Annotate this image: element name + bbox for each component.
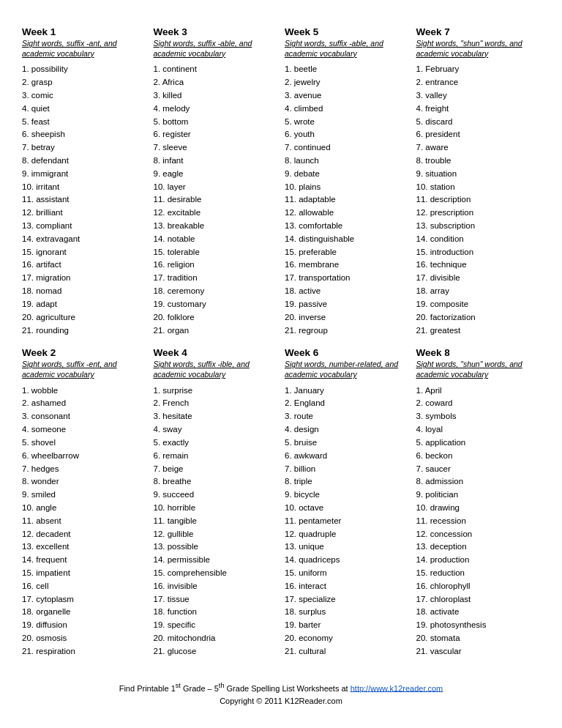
list-item: 1. continent: [154, 63, 278, 76]
list-item: 13. breakable: [154, 220, 278, 233]
list-item: 18. function: [154, 606, 278, 619]
list-item: 2. French: [154, 397, 278, 410]
list-item: 21. regroup: [285, 324, 409, 338]
list-item: 4. sway: [154, 423, 278, 437]
list-item: 11. desirable: [154, 193, 278, 207]
list-item: 18. array: [416, 285, 541, 298]
list-item: 15. ignorant: [22, 246, 146, 259]
list-item: 15. comprehensible: [154, 567, 278, 580]
list-item: 8. defendant: [22, 155, 146, 168]
list-item: 19. barter: [285, 619, 409, 632]
list-item: 21. rounding: [22, 324, 146, 338]
list-item: 19. specific: [154, 619, 278, 632]
list-item: 8. wonder: [22, 475, 146, 489]
list-item: 16. cell: [22, 580, 146, 593]
footer-line1: Find Printable 1st Grade – 5th Grade Spe…: [22, 680, 540, 695]
list-item: 9. succeed: [154, 489, 278, 502]
list-item: 11. pentameter: [285, 515, 409, 528]
list-item: 4. design: [285, 423, 409, 437]
list-item: 15. impatient: [22, 567, 146, 580]
footer-line2: Copyright © 2011 K12Reader.com: [22, 695, 540, 708]
list-item: 11. recession: [416, 515, 541, 528]
list-item: 7. billion: [285, 463, 409, 476]
list-item: 1. wobble: [22, 385, 146, 398]
list-item: 3. killed: [154, 89, 278, 103]
list-item: 9. smiled: [22, 489, 146, 502]
week7-title: Week 7: [416, 26, 541, 37]
list-item: 17. transportation: [285, 272, 409, 285]
list-item: 10. horrible: [154, 502, 278, 515]
list-item: 7. hedges: [22, 463, 146, 476]
list-item: 3. valley: [416, 89, 541, 103]
footer-link[interactable]: http://www.k12reader.com: [351, 683, 443, 692]
list-item: 3. route: [285, 410, 409, 423]
list-item: 2. jewelry: [285, 76, 409, 89]
list-item: 5. discard: [416, 116, 541, 129]
list-item: 14. condition: [416, 233, 541, 246]
list-item: 4. climbed: [285, 103, 409, 116]
list-item: 17. specialize: [285, 593, 409, 606]
list-item: 6. beckon: [416, 450, 541, 463]
list-item: 18. organelle: [22, 606, 146, 619]
week2-subtitle: Sight words, suffix -ent, and academic v…: [22, 360, 146, 379]
list-item: 20. stomata: [416, 632, 541, 645]
footer-sup2: th: [219, 682, 225, 689]
week5-title: Week 5: [285, 26, 409, 37]
list-item: 5. feast: [22, 116, 146, 129]
list-item: 15. reduction: [416, 567, 541, 580]
list-item: 16. invisible: [154, 580, 278, 593]
list-item: 1. January: [285, 385, 409, 398]
list-item: 1. February: [416, 63, 541, 76]
footer-text-post: Grade Spelling List Worksheets at: [225, 683, 351, 692]
list-item: 8. infant: [154, 155, 278, 168]
list-item: 13. possible: [154, 541, 278, 554]
list-item: 3. consonant: [22, 410, 146, 423]
week3-word-list: 1. continent2. Africa3. killed4. melody5…: [154, 63, 278, 337]
list-item: 10. angle: [22, 502, 146, 515]
list-item: 12. prescription: [416, 207, 541, 220]
week2-word-list: 1. wobble2. ashamed3. consonant4. someon…: [22, 385, 146, 658]
list-item: 7. saucer: [416, 463, 541, 476]
list-item: 13. unique: [285, 541, 409, 554]
list-item: 12. gullible: [154, 528, 278, 541]
list-item: 11. adaptable: [285, 193, 409, 207]
list-item: 14. extravagant: [22, 233, 146, 246]
list-item: 2. grasp: [22, 76, 146, 89]
list-item: 16. religion: [154, 259, 278, 272]
list-item: 6. wheelbarrow: [22, 450, 146, 463]
list-item: 6. register: [154, 128, 278, 141]
list-item: 17. divisible: [416, 272, 541, 285]
list-item: 1. surprise: [154, 385, 278, 398]
list-item: 9. situation: [416, 168, 541, 181]
week3-title: Week 3: [154, 26, 278, 37]
list-item: 18. surplus: [285, 606, 409, 619]
footer-sup1: st: [176, 682, 181, 689]
list-item: 17. migration: [22, 272, 146, 285]
week8-title: Week 8: [416, 347, 541, 358]
week6-title: Week 6: [285, 347, 409, 358]
list-item: 15. introduction: [416, 246, 541, 259]
week5-subtitle: Sight words, suffix -able, and academic …: [285, 39, 409, 59]
list-item: 8. trouble: [416, 155, 541, 168]
list-item: 14. permissible: [154, 554, 278, 567]
list-item: 19. diffusion: [22, 619, 146, 632]
list-item: 10. layer: [154, 181, 278, 194]
list-item: 20. economy: [285, 632, 409, 645]
list-item: 18. nomad: [22, 285, 146, 298]
list-item: 14. production: [416, 554, 541, 567]
list-item: 21. vascular: [416, 645, 541, 658]
list-item: 13. compliant: [22, 220, 146, 233]
list-item: 5. wrote: [285, 116, 409, 129]
list-item: 5. application: [416, 437, 541, 450]
list-item: 14. notable: [154, 233, 278, 246]
list-item: 3. hesitate: [154, 410, 278, 423]
list-item: 19. composite: [416, 298, 541, 311]
list-item: 16. membrane: [285, 259, 409, 272]
week4-subtitle: Sight words, suffix -ible, and academic …: [154, 360, 278, 379]
list-item: 17. chloroplast: [416, 593, 541, 606]
list-item: 5. shovel: [22, 437, 146, 450]
list-item: 12. brilliant: [22, 207, 146, 220]
list-item: 13. comfortable: [285, 220, 409, 233]
week5-word-list: 1. beetle2. jewelry3. avenue4. climbed5.…: [285, 63, 409, 337]
list-item: 3. symbols: [416, 410, 541, 423]
